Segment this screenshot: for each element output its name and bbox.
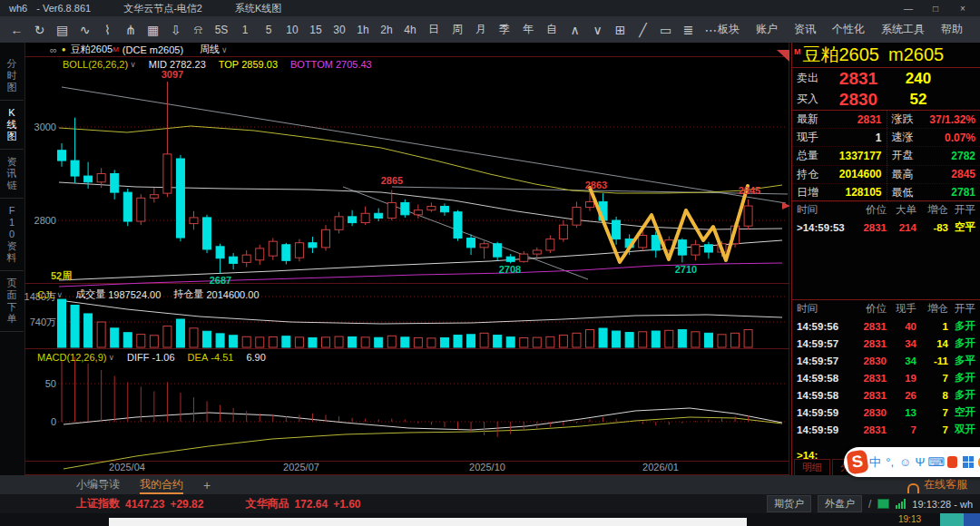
bid-row[interactable]: 买入 2830 52 <box>792 89 980 111</box>
dea-value: -4.51 <box>211 352 233 363</box>
stat-value: 2845 <box>951 168 975 180</box>
skin-icon[interactable] <box>947 456 957 468</box>
menu-系统工具[interactable]: 系统工具 <box>873 22 933 37</box>
table-row[interactable]: >14:59:532831214-83空平 <box>792 219 980 236</box>
boll-label[interactable]: BOLL(26,26,2) <box>63 59 128 70</box>
kline-chart-canvas[interactable]: 300028001480万740万5002025/042025/072025/1… <box>24 43 791 475</box>
cloud-download-icon[interactable]: ⇩ <box>164 23 187 37</box>
add-pane-icon[interactable]: ⊞ <box>609 23 632 37</box>
calendar-grid-icon[interactable] <box>877 499 889 509</box>
mic-icon[interactable]: Ψ <box>913 455 928 469</box>
chevron-down-icon[interactable]: ∨ <box>108 353 114 362</box>
sidebar-tab-F10资料[interactable]: F10资料 <box>0 199 24 271</box>
add-tab-button[interactable]: + <box>203 478 211 492</box>
collapse-up-icon[interactable]: ∧ <box>564 23 586 37</box>
stat-row: 现手1 <box>792 129 887 147</box>
svg-text:2025/10: 2025/10 <box>469 462 505 472</box>
sidebar-tab-分时图[interactable]: 分时图 <box>0 52 24 101</box>
chain-link-icon[interactable]: ∞ <box>50 44 57 55</box>
minute-chart-icon[interactable]: ∿ <box>74 23 96 37</box>
rectangle-tool-icon[interactable]: ▭ <box>654 23 677 37</box>
symbol-name[interactable]: 豆粕2605 <box>71 43 113 56</box>
period-button-1[interactable]: 1 <box>233 24 257 36</box>
cell: 14:59:56 <box>792 321 848 332</box>
period-button-15[interactable]: 15 <box>304 24 328 36</box>
period-button-自[interactable]: 自 <box>540 22 564 37</box>
page-scheme-label[interactable]: 系统K线图 <box>235 2 281 15</box>
chevron-down-icon[interactable]: ∨ <box>221 45 228 54</box>
layout-list-icon[interactable]: ≣ <box>677 23 700 37</box>
period-button-4h[interactable]: 4h <box>398 24 422 36</box>
period-button-1h[interactable]: 1h <box>351 24 375 36</box>
table-row[interactable]: 14:59:57283034-11多平 <box>792 352 980 369</box>
emoji-icon[interactable]: ☺ <box>897 455 913 469</box>
period-button-月[interactable]: 月 <box>469 22 493 37</box>
menu-帮助[interactable]: 帮助 <box>933 22 971 37</box>
overseas-account-button[interactable]: 外盘户 <box>818 495 862 512</box>
expand-down-icon[interactable]: ∨ <box>586 23 609 37</box>
server-node-label[interactable]: 文华云节点-电信2 <box>123 2 202 15</box>
tab-my-contracts[interactable]: 我的合约 <box>140 475 183 494</box>
table-row[interactable]: 14:59:582831268多开 <box>792 386 980 404</box>
sidebar-tab-页面下单[interactable]: 页面下单 <box>0 271 24 332</box>
period-button-10[interactable]: 10 <box>280 24 304 36</box>
period-button-周[interactable]: 周 <box>446 22 469 37</box>
sogou-logo-icon[interactable]: S <box>846 450 868 475</box>
period-button-年[interactable]: 年 <box>516 22 540 37</box>
big-order-table[interactable]: 时间价位大单增仓开平>14:59:532831214-83空平 <box>792 200 980 236</box>
alert-bell-icon[interactable]: ⍾ <box>187 22 210 37</box>
table-row[interactable]: 14:59:562831401多开 <box>792 317 980 335</box>
macd-label[interactable]: MACD(12,26,9) <box>37 352 106 363</box>
menu-账户[interactable]: 账户 <box>748 22 786 37</box>
stat-label: 涨跌 <box>892 112 914 127</box>
ask-row[interactable]: 卖出 2831 240 <box>792 68 980 89</box>
menu-资讯[interactable]: 资讯 <box>786 22 824 37</box>
multi-chart-icon[interactable]: ⋔ <box>119 23 142 37</box>
period-selector[interactable]: 周线 <box>200 43 220 56</box>
online-service-link[interactable]: 在线客服 <box>907 475 967 494</box>
minimize-button[interactable]: — <box>897 0 920 16</box>
tick-detail-table[interactable]: 时间价位现手增仓开平14:59:562831401多开14:59:5728313… <box>792 299 980 438</box>
draw-line-icon[interactable]: ╱ <box>632 23 654 37</box>
maximize-button[interactable]: □ <box>924 0 947 16</box>
cell: 多平 <box>948 354 979 367</box>
table-row[interactable]: 14:59:59283177双开 <box>792 421 980 438</box>
menu-个性化[interactable]: 个性化 <box>824 22 873 37</box>
chart-area: 300028001480万740万5002025/042025/072025/1… <box>24 43 791 475</box>
chevron-down-icon[interactable]: ∨ <box>57 290 64 299</box>
taskbar-app-icon[interactable] <box>940 513 964 526</box>
futures-account-button[interactable]: 期货户 <box>767 495 811 512</box>
kline-chart-icon[interactable]: ⌇ <box>96 23 119 37</box>
quote-list-icon[interactable]: ▤ <box>51 23 74 37</box>
taskbar-app-icon[interactable] <box>964 513 980 526</box>
sse-index-label[interactable]: 上证指数 <box>76 496 120 511</box>
cell: 19 <box>887 373 916 384</box>
sidebar-tab-资讯链[interactable]: 资讯链 <box>0 150 24 199</box>
boxed-chart-icon[interactable]: ▦ <box>142 23 164 37</box>
period-button-30[interactable]: 30 <box>328 24 351 36</box>
lang-chinese-icon[interactable]: 中 <box>867 454 883 471</box>
table-row[interactable]: 14:59:592830137空开 <box>792 404 980 421</box>
wenhua-index-label[interactable]: 文华商品 <box>245 496 289 511</box>
table-row[interactable]: 14:59:5728313414多开 <box>792 335 980 352</box>
toolbox-icon[interactable] <box>963 456 973 468</box>
refresh-icon[interactable]: ↻ <box>28 23 51 37</box>
chevron-down-icon[interactable]: ∨ <box>130 60 136 69</box>
period-button-5[interactable]: 5 <box>257 24 280 36</box>
sidebar-tab-K线图[interactable]: K线图 <box>0 101 24 150</box>
table-row[interactable]: 14:59:582831197多开 <box>792 369 980 386</box>
cjl-label[interactable]: CJL <box>37 289 55 300</box>
period-button-季[interactable]: 季 <box>493 22 516 37</box>
period-button-日[interactable]: 日 <box>422 22 446 37</box>
stat-row: 开盘2782 <box>887 147 980 165</box>
tab-editor-guide[interactable]: 小编导读 <box>76 475 120 494</box>
period-button-2h[interactable]: 2h <box>375 24 398 36</box>
back-icon[interactable]: ← <box>5 23 28 37</box>
detail-tab-明细[interactable]: 明细 <box>794 459 830 475</box>
keyboard-icon[interactable]: ⌨ <box>927 455 945 469</box>
menu-板块[interactable]: 板块 <box>710 22 748 37</box>
period-button-5S[interactable]: 5S <box>210 24 233 36</box>
main-toolbar: ←↻▤∿⌇⋔▦⇩⍾5S151015301h2h4h日周月季年自∧∨⊞╱▭≣⋯ 板… <box>0 16 980 43</box>
close-button[interactable]: × <box>951 0 975 16</box>
punctuation-icon[interactable]: °, <box>882 455 897 469</box>
